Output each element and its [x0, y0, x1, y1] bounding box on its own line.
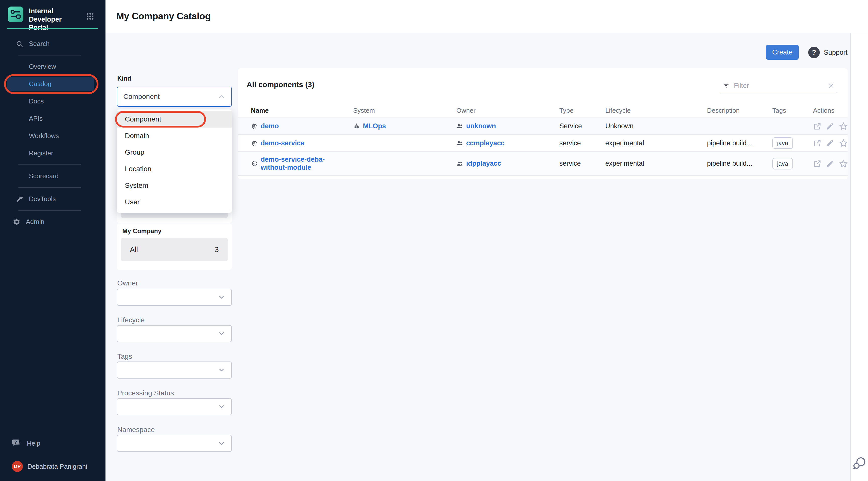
sidebar-item-label: Overview: [29, 63, 56, 70]
tags-select[interactable]: [117, 361, 232, 379]
favorite-star-icon[interactable]: [839, 159, 848, 168]
cell-lifecycle: Unknown: [605, 122, 707, 130]
processing-status-select[interactable]: [117, 398, 232, 415]
main-content: Create ? Support Kind Component Componen…: [105, 33, 850, 481]
kind-option-label: System: [125, 182, 148, 190]
kind-option-group[interactable]: Group: [117, 144, 232, 161]
sidebar: Internal Developer Portal SearchOverview…: [0, 0, 105, 481]
cell-actions: [813, 122, 848, 131]
column-header-tags[interactable]: Tags: [772, 107, 813, 115]
kind-select-value: Component: [123, 93, 218, 101]
cell-lifecycle: experimental: [605, 160, 707, 167]
cell-tags: java: [772, 158, 813, 169]
chat-bubbles-icon[interactable]: [853, 457, 867, 470]
favorite-star-icon[interactable]: [839, 122, 848, 131]
wrench-icon: [16, 195, 24, 203]
kind-dropdown-menu: ComponentDomainGroupLocationSystemUser: [117, 109, 232, 213]
column-header-owner[interactable]: Owner: [456, 107, 559, 115]
sidebar-item-label: Search: [29, 40, 50, 48]
filter-icon: [722, 82, 730, 89]
sidebar-item-search[interactable]: Search: [0, 35, 105, 53]
help-icon: ?: [12, 439, 22, 448]
system-icon: [353, 123, 360, 130]
cell-actions: [813, 138, 848, 148]
edit-pencil-icon[interactable]: [826, 159, 834, 168]
kind-option-system[interactable]: System: [117, 177, 232, 194]
open-in-new-icon[interactable]: [813, 159, 822, 168]
sidebar-item-admin[interactable]: Admin: [0, 213, 105, 230]
cell-name: demo-service-deba-without-module: [251, 156, 353, 171]
cell-system: MLOps: [353, 122, 456, 130]
sidebar-item-workflows[interactable]: Workflows: [0, 127, 105, 145]
sidebar-item-register[interactable]: Register: [0, 145, 105, 162]
column-header-name[interactable]: Name: [251, 107, 353, 115]
chevron-up-icon: [218, 93, 225, 100]
open-in-new-icon[interactable]: [813, 139, 822, 147]
support-button[interactable]: ? Support: [808, 47, 848, 58]
support-label: Support: [824, 49, 848, 57]
edit-pencil-icon[interactable]: [826, 139, 834, 147]
apps-grid-icon[interactable]: [86, 12, 94, 21]
clear-filter-icon[interactable]: [828, 82, 834, 89]
kind-option-location[interactable]: Location: [117, 161, 232, 177]
table-filter-input[interactable]: [733, 82, 828, 90]
chevron-down-icon: [218, 330, 225, 338]
entity-link[interactable]: demo-service: [261, 139, 304, 147]
my-company-all-row[interactable]: All 3: [121, 238, 228, 261]
kind-option-domain[interactable]: Domain: [117, 128, 232, 144]
entity-link[interactable]: demo-service-deba-without-module: [261, 156, 329, 171]
table-body: demoMLOpsunknownServiceUnknowndemo-servi…: [238, 118, 848, 176]
sidebar-item-scorecard[interactable]: Scorecard: [0, 167, 105, 185]
sidebar-item-label: Catalog: [29, 80, 52, 88]
owner-label: Owner: [117, 279, 138, 287]
column-header-type[interactable]: Type: [559, 107, 605, 115]
my-company-label: My Company: [122, 227, 161, 235]
processing-status-label: Processing Status: [117, 389, 174, 397]
sidebar-item-docs[interactable]: Docs: [0, 93, 105, 110]
entity-link[interactable]: demo: [261, 122, 279, 130]
right-gutter: [850, 33, 868, 481]
sidebar-item-label: APIs: [29, 115, 43, 123]
open-in-new-icon[interactable]: [813, 122, 822, 131]
sidebar-item-label: Workflows: [29, 132, 59, 140]
entity-link[interactable]: ccmplayacc: [466, 139, 504, 147]
sidebar-item-label: Help: [27, 440, 40, 447]
user-menu[interactable]: DP Debabrata Panigrahi: [12, 460, 87, 473]
cell-owner: unknown: [456, 122, 559, 130]
search-icon: [16, 40, 24, 48]
column-header-lifecycle[interactable]: Lifecycle: [605, 107, 707, 115]
table-row: demo-serviceccmplayaccserviceexperimenta…: [238, 135, 848, 152]
edit-pencil-icon[interactable]: [826, 122, 834, 131]
user-name: Debabrata Panigrahi: [27, 463, 87, 471]
table-filter: [721, 78, 836, 93]
sidebar-item-apis[interactable]: APIs: [0, 110, 105, 127]
entity-link[interactable]: unknown: [466, 122, 496, 130]
lifecycle-label: Lifecycle: [117, 316, 145, 324]
owner-select[interactable]: [117, 289, 232, 306]
kind-option-user[interactable]: User: [117, 194, 232, 211]
cell-tags: java: [772, 137, 813, 149]
entity-link[interactable]: MLOps: [363, 122, 386, 130]
sidebar-item-overview[interactable]: Overview: [0, 58, 105, 75]
sidebar-item-catalog[interactable]: Catalog: [7, 77, 94, 91]
sidebar-item-devtools[interactable]: DevTools: [0, 190, 105, 207]
sidebar-divider: [18, 187, 81, 188]
column-header-description[interactable]: Description: [707, 107, 772, 115]
create-button[interactable]: Create: [766, 45, 799, 60]
chevron-down-icon: [218, 293, 225, 301]
sidebar-item-help[interactable]: ? Help: [12, 437, 40, 450]
all-count: 3: [215, 246, 219, 254]
group-icon: [456, 123, 463, 130]
kind-option-label: Domain: [125, 132, 149, 140]
sidebar-item-label: Register: [29, 149, 53, 157]
lifecycle-select[interactable]: [117, 325, 232, 342]
column-header-system[interactable]: System: [353, 107, 456, 115]
group-icon: [456, 160, 463, 167]
components-table-card: All components (3) Name System Owner Typ…: [238, 68, 848, 179]
favorite-star-icon[interactable]: [839, 138, 848, 148]
page-header: My Company Catalog: [105, 0, 868, 33]
namespace-select[interactable]: [117, 435, 232, 452]
kind-option-component[interactable]: Component: [117, 111, 232, 128]
kind-select[interactable]: Component: [117, 87, 232, 107]
entity-link[interactable]: idpplayacc: [466, 160, 501, 167]
